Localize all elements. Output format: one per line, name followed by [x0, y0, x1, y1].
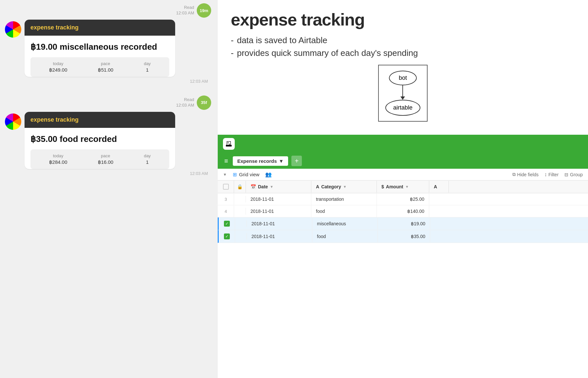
- view-caret[interactable]: ▼: [223, 172, 227, 177]
- bubble-title-2: expense tracking: [30, 116, 169, 123]
- row-date-misc: 2018-11-01: [247, 218, 312, 230]
- flow-node-bot: bot: [389, 71, 417, 85]
- flow-diagram: bot airtable: [231, 65, 575, 122]
- table-name-button[interactable]: Expense records ▼: [233, 156, 288, 166]
- date-col-label: Date: [258, 184, 268, 189]
- time-badge-1: 19m: [197, 3, 211, 18]
- bubble-header-2: expense tracking: [25, 112, 175, 128]
- row-num-4: 4: [218, 206, 234, 217]
- row-date-4: 2018-11-01: [246, 205, 311, 217]
- th-category[interactable]: A Category ▼: [311, 181, 377, 193]
- stat-day-value-1: 1: [146, 67, 149, 73]
- checked-icon-food: ✓: [224, 233, 230, 239]
- message-bubble-2: expense tracking ฿35.00 food recorded to…: [25, 112, 175, 169]
- category-col-icon: A: [316, 184, 319, 189]
- hide-fields-icon: ⧉: [512, 172, 516, 177]
- group-icon: ⊟: [564, 172, 568, 177]
- amount-col-icon: $: [381, 184, 384, 189]
- group-button[interactable]: ⊟ Group: [564, 172, 583, 177]
- row-num-3: 3: [218, 194, 234, 205]
- bubble-header-1: expense tracking: [25, 20, 175, 36]
- category-col-caret: ▼: [343, 185, 347, 189]
- stat-pace-label-1: pace: [98, 61, 114, 66]
- table-header-row: 🔒 📅 Date ▼ A Category ▼ $ Amount ▼: [218, 180, 588, 193]
- row-lock-3: [234, 196, 246, 202]
- read-receipt-2: Read 12:03 AM 35f: [0, 95, 218, 110]
- th-checkbox[interactable]: [218, 180, 234, 193]
- stat-pace-label-2: pace: [98, 153, 114, 158]
- table-row-selected-misc[interactable]: ✓ 2018-11-01 miscellaneous ฿19.00: [218, 217, 588, 230]
- stat-today-value-2: ฿284.00: [49, 159, 67, 165]
- message-bubble-1: expense tracking ฿19.00 miscellaneous re…: [25, 20, 175, 77]
- th-extra[interactable]: A: [429, 181, 449, 193]
- filter-label: Filter: [548, 172, 559, 177]
- row-lock-food: [235, 233, 247, 240]
- grid-view-item[interactable]: ⊞ Grid view: [233, 172, 260, 178]
- flow-node-airtable: airtable: [385, 100, 420, 116]
- hamburger-button[interactable]: ≡: [223, 156, 230, 166]
- airtable-toolbar[interactable]: ≡ Expense records ▼ +: [218, 153, 588, 169]
- stat-today-1: today ฿249.00: [49, 61, 67, 73]
- th-date[interactable]: 📅 Date ▼: [246, 181, 311, 193]
- airtable-logo: 🗳: [223, 138, 235, 150]
- hide-fields-button[interactable]: ⧉ Hide fields: [512, 172, 539, 177]
- desc-bullet-2: provides quick summary of each day's spe…: [231, 48, 575, 58]
- desc-bullet-1: data is saved to Airtable: [231, 35, 575, 45]
- people-icon[interactable]: 👥: [265, 171, 272, 178]
- th-lock: 🔒: [234, 181, 246, 193]
- read-label-1: Read: [176, 5, 194, 10]
- airtable-logo-icon: 🗳: [226, 140, 232, 148]
- read-receipt-1: Read 12:03 AM 19m: [0, 3, 218, 18]
- stat-day-value-2: 1: [146, 159, 149, 165]
- add-table-button[interactable]: +: [291, 156, 302, 166]
- th-amount[interactable]: $ Amount ▼: [377, 181, 429, 193]
- table-name-caret: ▼: [279, 158, 284, 164]
- avatar-1: [5, 21, 21, 38]
- airtable-section: 🗳 ≡ Expense records ▼ + ▼ ⊞ Grid view 👥: [218, 135, 588, 378]
- bubble-amount-2: ฿35.00 food recorded: [30, 134, 169, 145]
- group-label: Group: [570, 172, 583, 177]
- grid-view-label: Grid view: [239, 172, 260, 177]
- amount-col-caret: ▼: [405, 185, 409, 189]
- bubble-stats-1: today ฿249.00 pace ฿51.00 day 1: [30, 57, 169, 77]
- extra-col-icon: A: [434, 184, 437, 189]
- date-col-caret: ▼: [270, 185, 273, 189]
- header-checkbox[interactable]: [223, 184, 229, 190]
- airtable-table: 🔒 📅 Date ▼ A Category ▼ $ Amount ▼: [218, 180, 588, 378]
- message-row-1: expense tracking ฿19.00 miscellaneous re…: [0, 20, 218, 87]
- row-checkbox-food[interactable]: ✓: [219, 230, 235, 243]
- bubble-amount-1: ฿19.00 miscellaneous recorded: [30, 42, 169, 53]
- stat-pace-value-1: ฿51.00: [98, 67, 114, 73]
- row-date-3: 2018-11-01: [246, 193, 311, 205]
- bubble-body-2: ฿35.00 food recorded today ฿284.00 pace …: [25, 128, 175, 169]
- stat-pace-value-2: ฿16.00: [98, 159, 114, 165]
- stat-day-2: day 1: [144, 153, 151, 165]
- description-section: expense tracking data is saved to Airtab…: [218, 0, 588, 135]
- row-date-food: 2018-11-01: [247, 231, 312, 242]
- table-row[interactable]: 4 2018-11-01 food ฿140.00: [218, 205, 588, 217]
- table-name-label: Expense records: [237, 158, 277, 164]
- bubble-stats-2: today ฿284.00 pace ฿16.00 day 1: [30, 149, 169, 169]
- stat-today-label-2: today: [49, 153, 67, 158]
- stat-today-value-1: ฿249.00: [49, 67, 67, 73]
- row-lock-4: [234, 208, 246, 215]
- table-row[interactable]: 3 2018-11-01 transportation ฿25.00: [218, 193, 588, 205]
- table-row-selected-food[interactable]: ✓ 2018-11-01 food ฿35.00: [218, 230, 588, 243]
- stat-pace-1: pace ฿51.00: [98, 61, 114, 73]
- description-title: expense tracking: [231, 10, 575, 29]
- grid-view-icon: ⊞: [233, 172, 237, 178]
- chat-panel: Read 12:03 AM 19m expense tracking ฿19.0…: [0, 0, 218, 378]
- message-row-2: expense tracking ฿35.00 food recorded to…: [0, 112, 218, 179]
- filter-icon: ⫶: [544, 172, 547, 177]
- flow-arrow: [400, 85, 405, 100]
- row-category-3: transportation: [311, 193, 377, 205]
- row-lock-misc: [235, 220, 247, 227]
- read-time-2: 12:03 AM: [176, 103, 194, 108]
- filter-button[interactable]: ⫶ Filter: [544, 172, 559, 177]
- row-checkbox-misc[interactable]: ✓: [219, 217, 235, 230]
- bubble-body-1: ฿19.00 miscellaneous recorded today ฿249…: [25, 36, 175, 77]
- stat-pace-2: pace ฿16.00: [98, 153, 114, 165]
- stat-day-label-2: day: [144, 153, 151, 158]
- date-col-icon: 📅: [250, 184, 256, 189]
- amount-col-label: Amount: [386, 184, 403, 189]
